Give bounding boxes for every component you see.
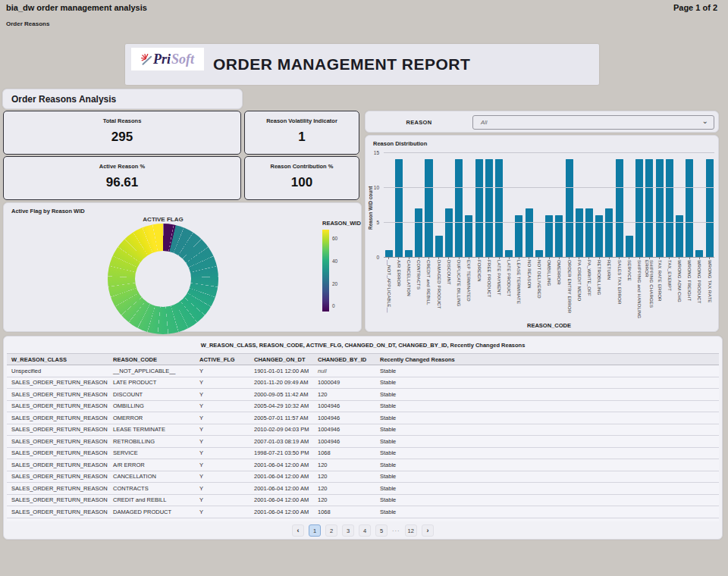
bar[interactable] [645, 159, 653, 257]
page-button-12[interactable]: 12 [405, 524, 417, 537]
table-row[interactable]: SALES_ORDER_RETURN_REASONDAMAGED PRODUCT… [7, 506, 719, 518]
bar[interactable] [485, 159, 493, 257]
x-tick [669, 257, 670, 259]
page-button-2[interactable]: 2 [325, 524, 337, 537]
table-row[interactable]: SALES_ORDER_RETURN_REASONOMBILLINGY2005-… [7, 401, 719, 413]
logo-text-soft: Soft [171, 52, 194, 67]
table-row[interactable]: SALES_ORDER_RETURN_REASONRETROBILLINGY20… [7, 436, 719, 448]
x-tick [649, 257, 650, 259]
page-button-4[interactable]: 4 [359, 524, 371, 537]
bar[interactable] [385, 250, 393, 257]
table-cell: 120 [313, 462, 375, 468]
bar-chart-title: Reason Distribution [373, 140, 427, 147]
bar[interactable] [706, 159, 714, 257]
bars-container [384, 152, 714, 257]
table-cell: Stable [375, 426, 719, 433]
table-row[interactable]: SALES_ORDER_RETURN_REASONCONTRACTSY2001-… [7, 483, 719, 495]
y-tick-label: 5 [376, 220, 379, 225]
x-tick [679, 257, 679, 259]
x-slot: __NOT_APPLICABLE__ [384, 257, 394, 327]
x-slot: RETROBILLING [595, 257, 604, 327]
table-cell: 2007-01-03 08:19 AM [249, 438, 313, 445]
table-row[interactable]: Unspecified__NOT_APPLICABLE__Y1901-01-01… [7, 365, 719, 377]
bar[interactable] [526, 208, 533, 257]
bar[interactable] [656, 159, 664, 257]
bar[interactable] [415, 208, 422, 257]
bar[interactable] [695, 250, 703, 257]
x-axis-label: WRONG TAX RATE [708, 260, 712, 325]
table-cell: 1004946 [313, 415, 375, 421]
x-axis-label: SERVICE [627, 260, 632, 325]
table-cell: RETROBILLING [108, 438, 195, 445]
x-slot: LATE PAYMENT [494, 257, 504, 327]
table-cell: Y [195, 415, 249, 421]
column-header[interactable]: W_REASON_CLASS [7, 356, 108, 363]
donut-chart[interactable] [108, 224, 218, 334]
prev-page-button[interactable]: ‹ [292, 524, 304, 537]
pagination-ellipsis: ··· [392, 527, 400, 534]
bar-slot [504, 152, 514, 257]
table-row[interactable]: SALES_ORDER_RETURN_REASONCREDIT and REBI… [7, 495, 719, 507]
x-slot: NOT DELIVERED [534, 257, 544, 327]
column-header[interactable]: CHANGED_ON_DT [249, 356, 313, 363]
bar[interactable] [566, 159, 573, 257]
table-row[interactable]: SALES_ORDER_RETURN_REASONDISCOUNTY2000-0… [7, 389, 719, 401]
x-axis-label: SHIPPING CHARGES ERROR [645, 260, 654, 325]
table-row[interactable]: SALES_ORDER_RETURN_REASONSERVICEY1998-07… [7, 448, 719, 460]
bar[interactable] [686, 159, 693, 257]
table-cell: Stable [375, 520, 719, 521]
x-axis-label: NO REASON [527, 260, 532, 325]
analysis-title-card: Order Reasons Analysis [2, 89, 243, 109]
column-header[interactable]: ACTIVE_FLG [195, 356, 249, 363]
table-cell: Stable [375, 438, 719, 445]
page-button-1[interactable]: 1 [309, 524, 321, 537]
table-row[interactable]: SALES_ORDER_RETURN_REASONDUPLICATE BILLI… [7, 518, 719, 522]
bar[interactable] [425, 159, 432, 257]
bar[interactable] [395, 159, 403, 257]
column-header[interactable]: Recently Changed Reasons [375, 356, 719, 363]
x-slot: OMBILLING [544, 257, 554, 327]
bar[interactable] [495, 159, 503, 257]
column-header[interactable]: CHANGED_BY_ID [313, 356, 375, 363]
bar[interactable] [475, 159, 483, 257]
x-slot: PA CREDIT MEMO [574, 257, 584, 327]
bar[interactable] [435, 236, 443, 257]
x-tick [588, 257, 589, 259]
table-row[interactable]: SALES_ORDER_RETURN_REASONOMERRORY2005-07… [7, 412, 719, 424]
table-cell: Y [195, 473, 249, 480]
table-row[interactable]: SALES_ORDER_RETURN_REASONLEASE TERMINATE… [7, 424, 719, 437]
bar[interactable] [535, 250, 543, 257]
bar-slot [645, 152, 654, 257]
bar[interactable] [626, 236, 633, 257]
bar[interactable] [505, 250, 513, 257]
bar[interactable] [455, 159, 463, 257]
next-page-button[interactable]: › [422, 524, 434, 537]
pagination: ‹ 12345···12 › [4, 524, 722, 537]
donut-chart-title: Active Flag by Reason WID [11, 208, 85, 214]
x-slot: CANCELLATION [403, 257, 413, 327]
bar[interactable] [616, 159, 623, 257]
table-cell: Unspecified [7, 368, 108, 374]
bar[interactable] [635, 159, 643, 257]
bar[interactable] [576, 208, 583, 257]
bar[interactable] [405, 250, 413, 257]
tab-order-reasons[interactable]: Order Reasons [6, 20, 49, 27]
reason-dropdown[interactable]: All ⌄ [472, 115, 714, 130]
bar[interactable] [666, 159, 673, 257]
table-row[interactable]: SALES_ORDER_RETURN_REASONCANCELLATIONY20… [7, 471, 719, 484]
bar-slot [494, 152, 504, 257]
bar[interactable] [585, 208, 593, 257]
bar[interactable] [445, 208, 453, 257]
table-header-row: W_REASON_CLASS REASON_CODE ACTIVE_FLG CH… [7, 353, 719, 365]
donut-hole [135, 251, 191, 307]
page-button-3[interactable]: 3 [342, 524, 354, 537]
x-tick [709, 257, 710, 259]
bar[interactable] [605, 208, 613, 257]
table-cell: 120 [313, 520, 375, 521]
column-header[interactable]: REASON_CODE [108, 356, 195, 363]
x-slot: ORDER ENTRY ERROR [564, 257, 574, 327]
table-row[interactable]: SALES_ORDER_RETURN_REASONLATE PRODUCTY20… [7, 377, 719, 390]
page-button-5[interactable]: 5 [375, 524, 388, 537]
table-row[interactable]: SALES_ORDER_RETURN_REASONA/R ERRORY2001-… [7, 459, 719, 471]
x-slot: SHIPPING and HANDLING [634, 257, 644, 327]
